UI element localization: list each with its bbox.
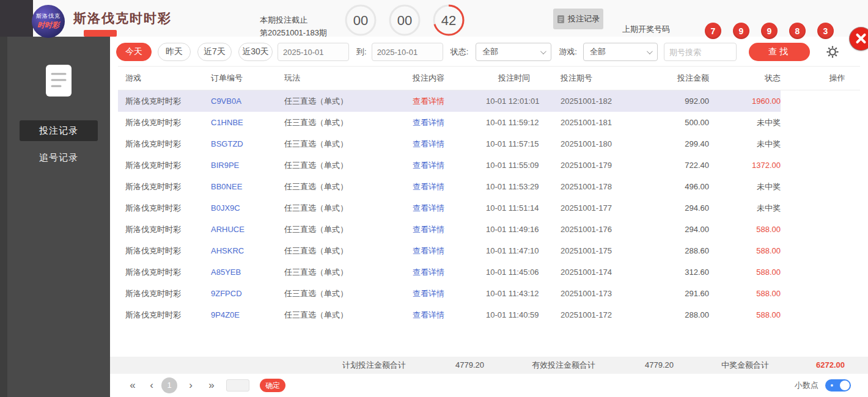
cell-amount: 291.60 bbox=[639, 289, 709, 298]
cell-status: 未中奖 bbox=[709, 203, 781, 214]
current-period-label: 第20251001-183期 bbox=[260, 27, 327, 38]
close-button[interactable] bbox=[850, 27, 868, 50]
cell-detail-link[interactable]: 查看详情 bbox=[413, 224, 486, 235]
cell-play: 任三直选（单式） bbox=[284, 224, 413, 235]
cell-play: 任三直选（单式） bbox=[284, 267, 413, 278]
table-row: 斯洛伐克时时彩 9P4Z0E 任三直选（单式） 查看详情 10-01 11:40… bbox=[118, 304, 860, 326]
cell-period: 20251001-172 bbox=[561, 310, 639, 319]
table-row: 斯洛伐克时时彩 B0JX9C 任三直选（单式） 查看详情 10-01 11:51… bbox=[118, 197, 860, 219]
status-label: 状态: bbox=[451, 43, 469, 61]
status-select-value: 全部 bbox=[482, 46, 498, 57]
cell-time: 10-01 11:55:09 bbox=[486, 161, 561, 170]
countdown-timer: 00 00 42 bbox=[344, 4, 465, 37]
filter-today-button[interactable]: 今天 bbox=[116, 43, 152, 61]
cell-detail-link[interactable]: 查看详情 bbox=[413, 203, 486, 214]
sidebar-item-chase-records[interactable]: 追号记录 bbox=[20, 150, 98, 166]
search-button[interactable]: 查找 bbox=[749, 43, 810, 61]
col-header-status: 状态 bbox=[709, 73, 781, 84]
current-page-button[interactable]: 1 bbox=[161, 377, 177, 393]
cell-amount: 299.40 bbox=[639, 139, 709, 148]
cell-action bbox=[781, 240, 860, 261]
filter-yesterday-button[interactable]: 昨天 bbox=[158, 43, 191, 61]
cell-action bbox=[781, 197, 860, 219]
gear-icon bbox=[826, 45, 839, 59]
cell-amount: 496.00 bbox=[639, 182, 709, 191]
cell-detail-link[interactable]: 查看详情 bbox=[413, 117, 486, 128]
period-search-input[interactable] bbox=[664, 43, 737, 61]
cell-play: 任三直选（单式） bbox=[284, 117, 413, 128]
to-label: 到: bbox=[356, 43, 367, 61]
cell-time: 10-01 11:40:59 bbox=[486, 310, 561, 319]
col-header-amount: 投注金额 bbox=[639, 73, 709, 84]
cell-time: 10-01 11:53:29 bbox=[486, 182, 561, 191]
plan-total-value: 4779.20 bbox=[455, 357, 484, 374]
cell-action bbox=[781, 219, 860, 240]
prev-page-button[interactable]: ‹ bbox=[147, 374, 156, 397]
cell-detail-link[interactable]: 查看详情 bbox=[413, 288, 486, 299]
valid-total-label: 有效投注金额合计 bbox=[532, 357, 595, 374]
cell-period: 20251001-175 bbox=[561, 246, 639, 255]
cell-action bbox=[781, 283, 860, 304]
cell-order-link[interactable]: AHSKRC bbox=[211, 246, 284, 255]
cell-period: 20251001-178 bbox=[561, 182, 639, 191]
cell-amount: 722.40 bbox=[639, 161, 709, 170]
cell-detail-link[interactable]: 查看详情 bbox=[413, 160, 486, 171]
page-jump-input[interactable] bbox=[226, 379, 249, 392]
date-to-input[interactable] bbox=[372, 43, 443, 61]
cell-order-link[interactable]: BSGTZD bbox=[211, 139, 284, 148]
page-jump-confirm-button[interactable]: 确定 bbox=[260, 379, 285, 392]
table-header: 游戏 订单编号 玩法 投注内容 投注时间 投注期号 投注金额 状态 操作 bbox=[118, 66, 860, 90]
next-page-button[interactable]: › bbox=[186, 374, 196, 397]
cell-amount: 312.60 bbox=[639, 268, 709, 277]
cell-detail-link[interactable]: 查看详情 bbox=[413, 139, 486, 150]
cell-action bbox=[781, 112, 860, 133]
sidebar-item-bet-records[interactable]: 投注记录 bbox=[20, 120, 98, 141]
cell-period: 20251001-182 bbox=[561, 97, 639, 106]
cell-detail-link[interactable]: 查看详情 bbox=[413, 267, 486, 278]
cell-order-link[interactable]: BIR9PE bbox=[211, 161, 284, 170]
col-header-play: 玩法 bbox=[284, 73, 413, 84]
cell-detail-link[interactable]: 查看详情 bbox=[413, 246, 486, 257]
cell-order-link[interactable]: 9P4Z0E bbox=[211, 310, 284, 319]
cell-action bbox=[781, 90, 860, 112]
countdown-seconds-circle: 42 bbox=[432, 4, 465, 37]
first-page-button[interactable]: « bbox=[125, 374, 140, 397]
cell-order-link[interactable]: BB0NEE bbox=[211, 182, 284, 191]
settings-button[interactable] bbox=[826, 45, 839, 60]
filter-last7days-button[interactable]: 近7天 bbox=[197, 43, 232, 61]
filter-bar: 今天 昨天 近7天 近30天 到: 状态: 全部 游戏: 全部 查找 bbox=[110, 37, 868, 66]
cell-play: 任三直选（单式） bbox=[284, 96, 413, 107]
last-page-button[interactable]: » bbox=[204, 374, 219, 397]
cell-status: 588.00 bbox=[709, 225, 781, 234]
cell-game: 斯洛伐克时时彩 bbox=[125, 96, 211, 107]
site-logo: 斯洛伐克 时时彩 bbox=[32, 5, 65, 38]
cell-status: 588.00 bbox=[709, 289, 781, 298]
game-select[interactable]: 全部 bbox=[583, 43, 658, 61]
cell-order-link[interactable]: C1HNBE bbox=[211, 118, 284, 127]
cell-detail-link[interactable]: 查看详情 bbox=[413, 96, 486, 107]
cell-order-link[interactable]: C9VB0A bbox=[211, 97, 284, 106]
cell-detail-link[interactable]: 查看详情 bbox=[413, 181, 486, 192]
cell-game: 斯洛伐克时时彩 bbox=[125, 288, 211, 299]
cell-order-link[interactable]: ARHUCE bbox=[211, 225, 284, 234]
toggle-knob bbox=[840, 381, 850, 390]
cell-detail-link[interactable]: 查看详情 bbox=[413, 310, 486, 321]
filter-last30days-button[interactable]: 近30天 bbox=[238, 43, 273, 61]
page-header: 斯洛伐克 时时彩 斯洛伐克时时彩 本期投注截止 第20251001-183期 0… bbox=[0, 0, 868, 37]
decimal-toggle[interactable] bbox=[825, 379, 851, 392]
table-body: 斯洛伐克时时彩 C9VB0A 任三直选（单式） 查看详情 10-01 12:01… bbox=[110, 90, 868, 326]
cell-action bbox=[781, 155, 860, 176]
cell-order-link[interactable]: A85YEB bbox=[211, 268, 284, 277]
table-row: 斯洛伐克时时彩 BB0NEE 任三直选（单式） 查看详情 10-01 11:53… bbox=[118, 176, 860, 197]
bet-records-button[interactable]: 投注记录 bbox=[553, 9, 603, 29]
countdown-hours-circle: 00 bbox=[344, 4, 377, 37]
svg-text:42: 42 bbox=[441, 13, 456, 28]
status-select[interactable]: 全部 bbox=[476, 43, 551, 61]
table-row: 斯洛伐克时时彩 C9VB0A 任三直选（单式） 查看详情 10-01 12:01… bbox=[118, 90, 860, 112]
cell-game: 斯洛伐克时时彩 bbox=[125, 224, 211, 235]
pagination: « ‹ 1 › » 确定 小数点 bbox=[110, 374, 868, 397]
date-from-input[interactable] bbox=[278, 43, 349, 61]
cell-order-link[interactable]: B0JX9C bbox=[211, 203, 284, 213]
cell-order-link[interactable]: 9ZFPCD bbox=[211, 289, 284, 298]
chevron-down-icon bbox=[647, 48, 653, 54]
